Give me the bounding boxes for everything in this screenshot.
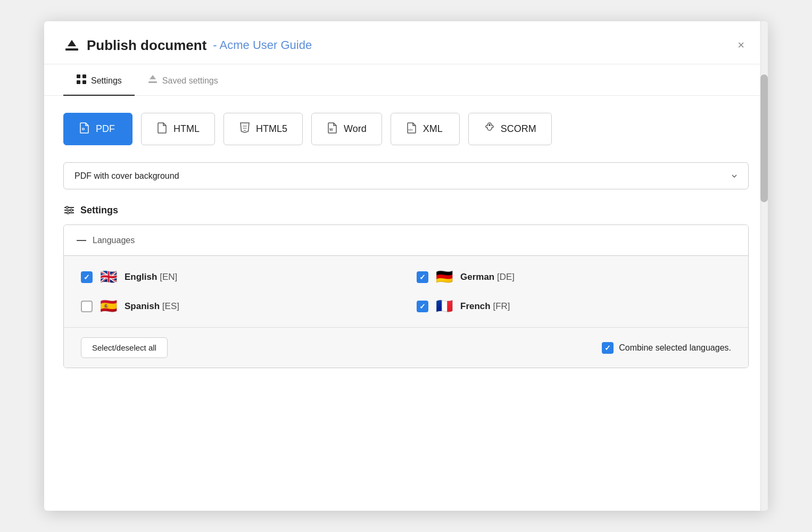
settings-tab-icon: [76, 74, 87, 87]
svg-rect-5: [82, 80, 86, 84]
dialog-header: Publish document - Acme User Guide ×: [44, 21, 768, 64]
svg-rect-14: [66, 206, 68, 209]
dropdown-row: PDF with cover background PDF without co…: [63, 162, 749, 189]
flag-es: 🇪🇸: [100, 298, 117, 314]
word-label: Word: [344, 123, 367, 135]
pdf-type-dropdown[interactable]: PDF with cover background PDF without co…: [63, 162, 749, 189]
languages-footer: Select/deselect all Combine selected lan…: [64, 327, 748, 368]
settings-section-title: Settings: [63, 204, 749, 216]
lang-name-de: German [DE]: [460, 272, 515, 282]
languages-panel-header[interactable]: — Languages: [64, 225, 748, 256]
xml-icon: </>: [406, 122, 418, 136]
scrollbar-area: [760, 21, 768, 511]
dialog-body: PDF HTML HTML5 W Word: [44, 96, 768, 385]
settings-title: Settings: [80, 205, 118, 216]
lang-checkbox-es[interactable]: [81, 301, 93, 312]
lang-name-en: English [EN]: [125, 272, 177, 282]
combine-row: Combine selected languages.: [602, 342, 731, 354]
svg-marker-1: [68, 40, 76, 46]
format-html5-button[interactable]: HTML5: [223, 113, 303, 145]
svg-rect-6: [148, 81, 157, 83]
svg-rect-2: [77, 74, 80, 78]
html5-icon: [239, 122, 251, 136]
html5-label: HTML5: [256, 123, 287, 135]
saved-settings-tab-label: Saved settings: [162, 76, 218, 86]
format-word-button[interactable]: W Word: [311, 113, 382, 145]
html-label: HTML: [173, 123, 200, 135]
dialog-title: Publish document - Acme User Guide: [63, 37, 312, 54]
pdf-label: PDF: [96, 123, 115, 135]
word-icon: W: [327, 122, 338, 136]
publish-icon: [63, 37, 80, 54]
flag-en: 🇬🇧: [100, 269, 117, 285]
languages-grid: 🇬🇧 English [EN] 🇩🇪 German [DE]: [64, 256, 748, 327]
svg-rect-0: [65, 48, 78, 51]
pdf-icon: [79, 122, 90, 136]
svg-text:W: W: [329, 128, 333, 131]
lang-checkbox-en[interactable]: [81, 271, 93, 283]
publish-dialog: Publish document - Acme User Guide × Set…: [44, 21, 768, 511]
scorm-label: SCORM: [501, 123, 536, 135]
settings-tab-label: Settings: [91, 76, 122, 86]
close-button[interactable]: ×: [733, 36, 749, 54]
format-buttons: PDF HTML HTML5 W Word: [63, 113, 749, 145]
html-icon: [156, 122, 168, 136]
lang-item-en: 🇬🇧 English [EN]: [81, 269, 395, 285]
lang-name-fr: French [FR]: [460, 301, 510, 312]
languages-panel-title: Languages: [93, 236, 135, 245]
svg-text:</>: </>: [408, 128, 413, 131]
svg-marker-7: [150, 75, 156, 79]
flag-fr: 🇫🇷: [436, 298, 453, 314]
svg-rect-4: [77, 80, 80, 84]
select-deselect-all-button[interactable]: Select/deselect all: [81, 337, 168, 358]
languages-panel: — Languages 🇬🇧 English [EN] 🇩🇪: [63, 225, 749, 368]
scrollbar-thumb[interactable]: [760, 74, 768, 202]
combine-languages-checkbox[interactable]: [602, 342, 614, 354]
flag-de: 🇩🇪: [436, 269, 453, 285]
svg-rect-16: [67, 212, 69, 214]
tab-settings[interactable]: Settings: [63, 64, 135, 96]
format-scorm-button[interactable]: SCORM: [468, 113, 552, 145]
lang-checkbox-de[interactable]: [417, 271, 428, 283]
dialog-subtitle: - Acme User Guide: [213, 38, 312, 52]
combine-label: Combine selected languages.: [619, 343, 731, 353]
xml-label: XML: [423, 123, 443, 135]
lang-item-de: 🇩🇪 German [DE]: [417, 269, 731, 285]
scorm-icon: [484, 122, 495, 136]
format-html-button[interactable]: HTML: [141, 113, 215, 145]
settings-icon: [63, 204, 75, 216]
lang-name-es: Spanish [ES]: [125, 301, 179, 312]
format-xml-button[interactable]: </> XML: [391, 113, 460, 145]
svg-rect-3: [82, 74, 86, 78]
format-pdf-button[interactable]: PDF: [63, 113, 132, 145]
dialog-main-title: Publish document: [87, 37, 206, 54]
svg-rect-15: [70, 209, 72, 211]
lang-item-fr: 🇫🇷 French [FR]: [417, 298, 731, 314]
lang-checkbox-fr[interactable]: [417, 301, 428, 312]
tabs-row: Settings Saved settings: [44, 64, 768, 96]
tab-saved-settings[interactable]: Saved settings: [135, 64, 231, 96]
svg-point-10: [488, 124, 491, 126]
collapse-icon: —: [77, 235, 86, 246]
lang-item-es: 🇪🇸 Spanish [ES]: [81, 298, 395, 314]
saved-settings-tab-icon: [147, 74, 158, 87]
